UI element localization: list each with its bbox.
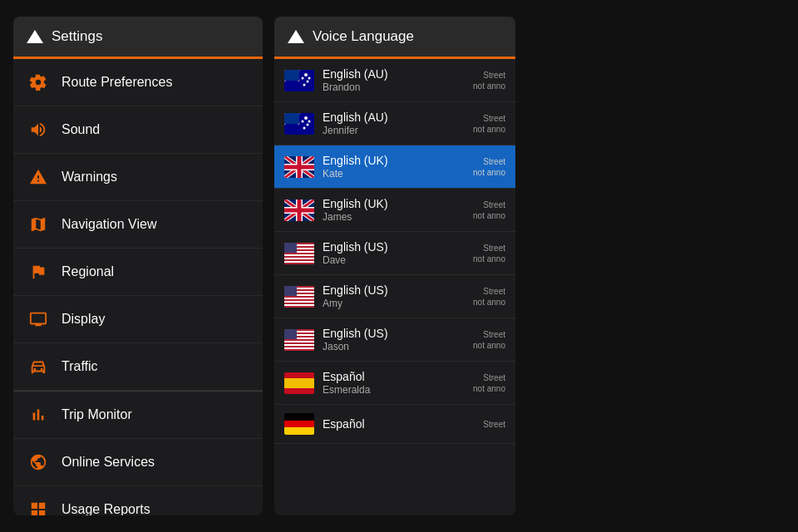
voice-title: Voice Language xyxy=(313,28,414,45)
svg-line-5 xyxy=(284,70,299,81)
svg-rect-72 xyxy=(284,378,314,388)
svg-rect-64 xyxy=(284,331,314,332)
svg-rect-52 xyxy=(284,258,314,259)
voice-au-jennifer-status: Streetnot anno xyxy=(473,113,505,135)
svg-point-10 xyxy=(304,73,308,76)
svg-rect-66 xyxy=(284,337,314,339)
car-icon xyxy=(27,355,50,378)
voice-list: English (AU) Brandon Streetnot anno xyxy=(274,59,515,515)
svg-rect-53 xyxy=(284,261,314,263)
svg-rect-22 xyxy=(291,113,293,124)
svg-rect-75 xyxy=(284,427,314,435)
svg-rect-47 xyxy=(284,243,314,264)
flag-spain-icon xyxy=(284,372,314,394)
svg-rect-50 xyxy=(284,251,314,253)
voice-item-au-brandon[interactable]: English (AU) Brandon Streetnot anno xyxy=(274,59,515,102)
flag-icon xyxy=(27,260,50,283)
voice-item-us-dave[interactable]: English (US) Dave Streetnot anno xyxy=(274,232,515,275)
voice-item-us-amy[interactable]: English (US) Amy Streetnot anno xyxy=(274,275,515,318)
settings-title: Settings xyxy=(52,28,102,45)
voice-uk-james-info: English (UK) James xyxy=(323,197,465,223)
svg-rect-51 xyxy=(284,254,314,256)
sidebar-item-display[interactable]: Display xyxy=(13,296,263,343)
traffic-label: Traffic xyxy=(62,359,98,374)
svg-rect-49 xyxy=(284,248,314,249)
svg-rect-54 xyxy=(284,243,297,254)
flag-germany-icon xyxy=(284,413,314,435)
sidebar-item-traffic[interactable]: Traffic xyxy=(13,343,263,391)
sidebar-item-usage-reports[interactable]: Usage Reports xyxy=(13,486,263,515)
svg-rect-65 xyxy=(284,334,314,336)
voice-de-lang: Español xyxy=(323,417,475,431)
svg-rect-7 xyxy=(284,73,299,76)
sidebar-item-online-services[interactable]: Online Services xyxy=(13,439,263,486)
voice-uk-kate-lang: English (UK) xyxy=(323,154,465,167)
voice-us-amy-info: English (US) Amy xyxy=(323,283,465,309)
sidebar-item-trip-monitor[interactable]: Trip Monitor xyxy=(13,391,263,439)
back-arrow-icon[interactable] xyxy=(27,30,43,43)
sidebar-item-warnings[interactable]: Warnings xyxy=(13,154,263,201)
voice-us-dave-info: English (US) Dave xyxy=(323,240,465,266)
voice-au-brandon-status: Streetnot anno xyxy=(473,70,505,91)
voice-item-uk-james[interactable]: English (UK) James Streetnot anno xyxy=(274,189,515,232)
flag-uk-kate-icon xyxy=(284,156,314,178)
voice-us-jason-info: English (US) Jason xyxy=(323,327,465,352)
sidebar-item-sound[interactable]: Sound xyxy=(13,106,263,154)
svg-point-13 xyxy=(307,80,309,82)
voice-uk-james-lang: English (UK) xyxy=(323,197,465,210)
voice-es-esmeralda-person: Esmeralda xyxy=(323,384,465,396)
voice-au-brandon-lang: English (AU) xyxy=(323,67,465,81)
voice-de-info: Español xyxy=(323,417,475,431)
voice-item-es-esmeralda[interactable]: Español Esmeralda Streetnot anno xyxy=(274,362,515,405)
voice-uk-james-person: James xyxy=(323,211,465,223)
regional-label: Regional xyxy=(62,264,114,279)
svg-rect-74 xyxy=(284,421,314,427)
svg-point-11 xyxy=(308,76,311,79)
svg-line-19 xyxy=(284,113,299,124)
svg-rect-21 xyxy=(284,116,299,120)
svg-rect-69 xyxy=(284,347,314,349)
svg-line-16 xyxy=(284,113,299,124)
svg-point-28 xyxy=(303,126,306,129)
sidebar-item-navigation-view[interactable]: Navigation View xyxy=(13,201,263,249)
svg-rect-55 xyxy=(284,286,314,308)
settings-header: Settings xyxy=(13,17,263,59)
back-arrow-voice-icon[interactable] xyxy=(288,30,304,43)
sidebar-item-route-preferences[interactable]: Route Preferences xyxy=(13,59,263,106)
flag-us-dave-icon xyxy=(284,243,314,264)
voice-item-de[interactable]: Español Street xyxy=(274,405,515,444)
grid-icon xyxy=(27,498,50,515)
svg-rect-61 xyxy=(284,304,314,306)
svg-point-26 xyxy=(302,120,304,122)
svg-point-27 xyxy=(307,123,309,126)
voice-au-brandon-info: English (AU) Brandon xyxy=(323,67,465,93)
voice-au-jennifer-person: Jennifer xyxy=(323,125,465,136)
sidebar-item-regional[interactable]: Regional xyxy=(13,249,263,296)
voice-us-jason-lang: English (US) xyxy=(323,327,465,340)
usage-reports-label: Usage Reports xyxy=(62,502,150,515)
voice-item-uk-kate[interactable]: English (UK) Kate Streetnot anno xyxy=(274,145,515,189)
voice-us-amy-person: Amy xyxy=(323,298,465,309)
svg-rect-37 xyxy=(284,165,314,169)
navigation-view-label: Navigation View xyxy=(62,217,156,232)
svg-rect-68 xyxy=(284,344,314,346)
sound-icon xyxy=(27,118,50,141)
voice-item-au-jennifer[interactable]: English (AU) Jennifer Streetnot anno xyxy=(274,102,515,145)
svg-rect-9 xyxy=(284,74,299,76)
voice-de-status: Street xyxy=(483,419,505,430)
svg-rect-20 xyxy=(290,113,293,124)
voice-us-dave-person: Dave xyxy=(323,254,465,266)
app-container: Settings Route Preferences Sound Warning… xyxy=(0,0,798,532)
flag-us-jason-icon xyxy=(284,329,314,351)
svg-point-25 xyxy=(308,120,311,122)
svg-rect-8 xyxy=(291,70,293,81)
voice-item-us-jason[interactable]: English (US) Jason Streetnot anno xyxy=(274,318,515,362)
voice-us-dave-lang: English (US) xyxy=(323,240,465,254)
svg-rect-60 xyxy=(284,301,314,303)
svg-point-24 xyxy=(304,116,308,120)
voice-us-dave-status: Streetnot anno xyxy=(473,243,505,264)
gear-icon xyxy=(27,71,50,94)
svg-rect-67 xyxy=(284,341,314,342)
settings-list: Route Preferences Sound Warnings Navigat… xyxy=(13,59,263,515)
display-icon xyxy=(27,308,50,331)
